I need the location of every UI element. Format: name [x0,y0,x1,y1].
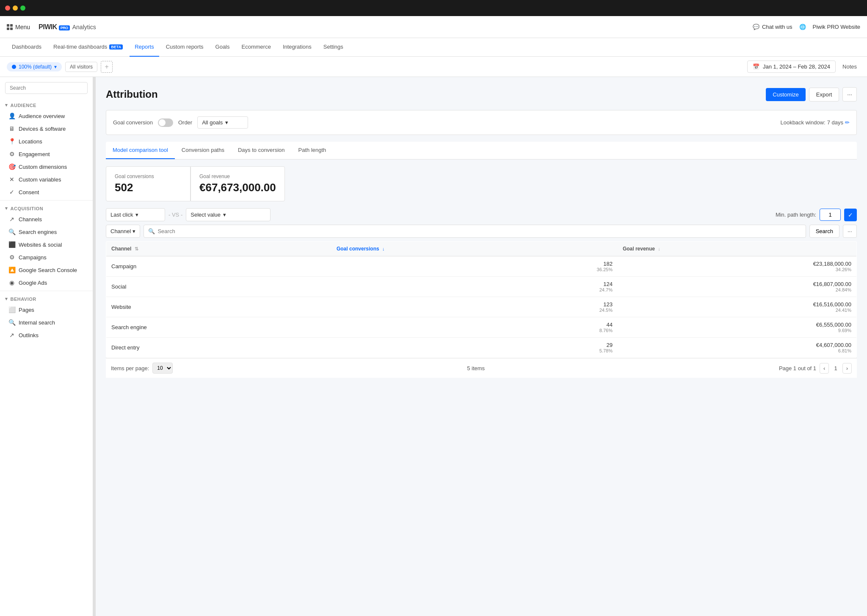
sidebar-item-google-search-console[interactable]: 🔼 Google Search Console [0,264,93,276]
sidebar-search-input[interactable] [5,82,88,94]
nav-item-integrations[interactable]: Integrations [278,38,317,57]
revenue-cell: €23,188,000.00 34.26% [618,256,857,277]
search-button[interactable]: Search [809,225,839,238]
site-name: Piwik PRO Website [813,24,860,30]
page-prev-button[interactable]: ‹ [820,363,829,374]
nav-item-custom-reports[interactable]: Custom reports [161,38,209,57]
nav-item-reports[interactable]: Reports [130,38,159,57]
globe-icon[interactable]: 🌐 [799,24,806,30]
channel-filter-label: Channel [110,228,131,234]
nav-item-realtime[interactable]: Real-time dashboards BETA [48,38,128,57]
sidebar: ▾ AUDIENCE 👤 Audience overview 🖥 Devices… [0,77,93,616]
segment-pill[interactable]: 100% (default) ▾ [7,62,62,72]
last-click-dropdown[interactable]: Last click ▾ [106,208,165,221]
min-path-input[interactable] [820,209,841,221]
channel-cell: Website [106,297,331,317]
sidebar-section-audience[interactable]: ▾ AUDIENCE [0,99,93,110]
sidebar-item-pages[interactable]: ⬜ Pages [0,303,93,316]
all-visitors-segment[interactable]: All visitors [65,62,97,72]
date-range-picker[interactable]: 📅 Jan 1, 2024 – Feb 28, 2024 [747,60,836,73]
nav-item-goals[interactable]: Goals [210,38,235,57]
select-value-dropdown[interactable]: Select value ▾ [186,208,271,221]
sidebar-item-channels[interactable]: ↗ Channels [0,213,93,226]
chevron-down-icon: ▾ [5,206,8,211]
sidebar-item-engagement[interactable]: ⚙ Engagement [0,148,93,160]
sidebar-item-custom-variables[interactable]: ✕ Custom variables [0,173,93,186]
engagement-icon: ⚙ [8,151,15,157]
google-search-console-icon: 🔼 [8,267,15,273]
custom-variables-icon: ✕ [8,176,15,183]
sort-icon-revenue: ↓ [658,246,660,251]
sidebar-item-custom-dimensions[interactable]: 🎯 Custom dimensions [0,160,93,173]
tab-model-comparison[interactable]: Model comparison tool [106,142,175,159]
table-more-button[interactable]: ··· [843,225,857,238]
lookback-label: Lookback window: [780,119,825,126]
sidebar-item-search-engines[interactable]: 🔍 Search engines [0,226,93,238]
tab-path-length[interactable]: Path length [292,142,333,159]
add-segment-button[interactable]: + [101,61,113,73]
nav-item-settings[interactable]: Settings [318,38,348,57]
sidebar-item-devices-software[interactable]: 🖥 Devices & software [0,122,93,135]
sidebar-item-locations[interactable]: 📍 Locations [0,135,93,148]
maximize-button[interactable] [20,6,25,11]
data-table: Channel ⇅ Goal conversions ↓ Goal revenu… [106,241,857,358]
lookback-edit-icon[interactable]: ✏ [845,119,850,126]
all-goals-dropdown[interactable]: All goals ▾ [197,116,248,129]
sidebar-item-google-ads[interactable]: ◉ Google Ads [0,276,93,289]
websites-social-icon: ⬛ [8,241,15,248]
export-button[interactable]: Export [809,88,839,102]
tab-conversion-paths[interactable]: Conversion paths [175,142,231,159]
column-header-channel[interactable]: Channel ⇅ [106,242,331,256]
sidebar-item-campaigns[interactable]: ⚙ Campaigns [0,251,93,264]
sidebar-item-audience-overview[interactable]: 👤 Audience overview [0,110,93,122]
engagement-label: Engagement [19,151,50,157]
chevron-down-icon: ▾ [54,64,57,70]
min-path-ok-button[interactable]: ✓ [844,209,857,221]
sidebar-section-acquisition[interactable]: ▾ ACQUISITION [0,202,93,213]
sidebar-item-internal-search[interactable]: 🔍 Internal search [0,316,93,329]
custom-dimensions-label: Custom dimensions [19,164,67,170]
grid-icon [7,24,13,30]
sidebar-item-consent[interactable]: ✓ Consent [0,186,93,198]
sidebar-section-behavior[interactable]: ▾ BEHAVIOR [0,293,93,303]
channel-filter-dropdown[interactable]: Channel ▾ [106,225,140,238]
sidebar-item-outlinks[interactable]: ↗ Outlinks [0,329,93,341]
nav-item-dashboards[interactable]: Dashboards [7,38,47,57]
goal-order-toggle[interactable] [158,118,173,127]
notes-button[interactable]: Notes [839,61,860,72]
audience-overview-label: Audience overview [19,113,65,119]
locations-label: Locations [19,138,42,145]
logo: PIWIK PRO [39,23,70,31]
chat-button[interactable]: 💬 Chat with us [753,24,792,30]
conversions-cell: 44 8.76% [331,317,618,338]
table-row: Website 123 24.5% €16,516,000.00 24.41% [106,297,857,317]
outlinks-label: Outlinks [19,332,39,338]
outlinks-icon: ↗ [8,332,15,338]
search-engines-label: Search engines [19,229,57,235]
column-header-goal-conversions[interactable]: Goal conversions ↓ [331,242,618,256]
more-options-button[interactable]: ··· [842,87,857,102]
sidebar-item-websites-social[interactable]: ⬛ Websites & social [0,238,93,251]
order-label: Order [178,119,192,126]
nav-item-ecommerce[interactable]: Ecommerce [237,38,276,57]
chevron-down-icon: ▾ [5,102,8,108]
google-search-console-label: Google Search Console [19,267,77,273]
model-label: Last click [110,212,133,218]
google-ads-icon: ◉ [8,279,15,286]
sort-icon-conversions: ↓ [382,246,385,251]
table-search-input[interactable] [157,228,801,234]
menu-button[interactable]: Menu [7,24,30,30]
customize-button[interactable]: Customize [766,88,805,101]
channel-cell: Search engine [106,317,331,338]
devices-software-icon: 🖥 [8,125,15,132]
per-page-select[interactable]: 10 [152,363,173,374]
tab-days-to-conversion[interactable]: Days to conversion [231,142,292,159]
calendar-icon: 📅 [753,63,759,70]
minimize-button[interactable] [13,6,18,11]
internal-search-icon: 🔍 [8,319,15,326]
close-button[interactable] [5,6,10,11]
lookback-value: 7 days [827,119,843,126]
page-next-button[interactable]: › [842,363,852,374]
column-header-goal-revenue[interactable]: Goal revenue ↓ [618,242,857,256]
goal-revenue-value: €67,673,000.00 [199,181,276,194]
